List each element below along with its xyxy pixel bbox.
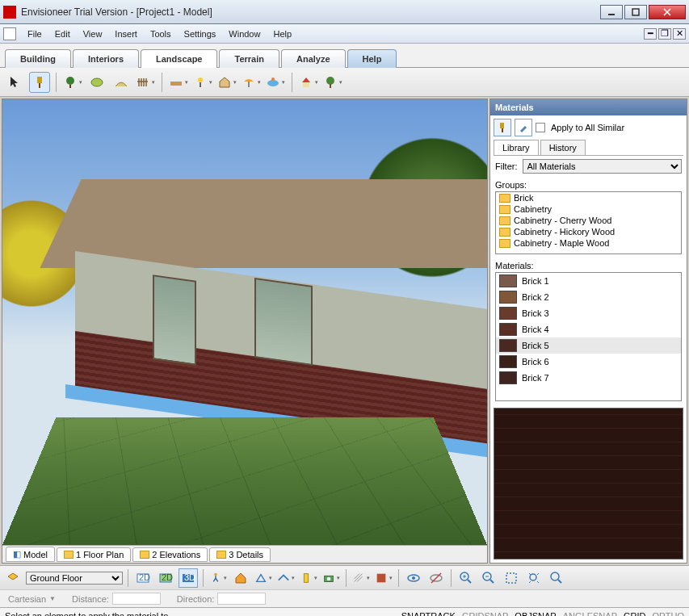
plant-tool[interactable] [62,72,83,93]
tree-tool[interactable] [322,72,343,93]
menu-window[interactable]: Window [222,27,267,41]
tab-building[interactable]: Building [5,49,71,68]
floor-select[interactable]: Ground Floor [26,572,123,585]
snap-objsnap[interactable]: OBJSNAP [515,611,556,617]
tab-analyze[interactable]: Analyze [281,49,346,68]
filter-select[interactable]: All Materials [523,159,683,174]
view-tab-2-elevations[interactable]: 2 Elevations [132,547,208,562]
tab-landscape[interactable]: Landscape [141,49,217,68]
shed-tool[interactable] [216,72,237,93]
walk-tool[interactable] [208,568,228,588]
material-item[interactable]: Brick 7 [496,370,681,386]
mdi-minimize-button[interactable]: ━ [644,28,657,40]
svg-rect-16 [200,82,201,87]
groups-list[interactable]: BrickCabinetryCabinetry - Cherry WoodCab… [495,191,682,254]
snap-snaptrack[interactable]: SNAPTRACK [401,611,456,617]
group-item[interactable]: Cabinetry - Maple Wood [496,237,681,249]
zoom-fit-button[interactable] [547,568,566,588]
material-item[interactable]: Brick 4 [496,321,681,337]
menu-edit[interactable]: Edit [48,27,77,41]
pool-tool[interactable] [265,72,286,93]
menu-help[interactable]: Help [267,27,298,41]
snap-anglesnap[interactable]: ANGLESNAP [563,611,617,617]
snap-grid[interactable]: GRID [624,611,646,617]
svg-point-31 [214,572,217,576]
menu-insert[interactable]: Insert [108,27,144,41]
texture-button[interactable] [374,568,393,588]
garden-bed-tool[interactable] [86,72,107,93]
zoom-in-button[interactable] [456,568,476,588]
menu-file[interactable]: File [21,27,48,41]
svg-point-18 [267,80,279,86]
snap-gridsnap[interactable]: GRIDSNAP [462,611,508,617]
view-angle-button[interactable] [254,568,273,588]
menu-view[interactable]: View [77,27,109,41]
tab-help[interactable]: Help [347,49,397,68]
deck-tool[interactable] [168,72,189,93]
materials-panel: Materials Apply to All Similar LibraryHi… [489,98,687,564]
3d-scene[interactable] [2,99,487,545]
menu-tools[interactable]: Tools [144,27,178,41]
folder-icon [499,194,510,203]
mdi-restore-button[interactable]: ❐ [658,28,671,40]
direction-input[interactable] [217,593,266,605]
group-item[interactable]: Brick [496,192,681,203]
umbrella-tool[interactable] [241,72,262,93]
folder-icon [216,551,226,559]
house-window [153,274,196,365]
group-item[interactable]: Cabinetry [496,203,681,215]
camera-button[interactable] [321,568,341,588]
folder-icon [499,205,510,214]
apply-all-checkbox[interactable] [536,123,545,132]
gazebo-tool[interactable] [298,72,319,93]
material-swatch [499,307,517,320]
materials-tab-library[interactable]: Library [494,140,539,155]
material-item[interactable]: Brick 3 [496,305,681,321]
3d-view-button[interactable]: 3D [179,568,198,588]
maximize-button[interactable] [624,5,647,19]
select-tool[interactable] [5,72,26,93]
zoom-extents-button[interactable] [524,568,544,588]
viewport: ◧Model1 Floor Plan2 Elevations3 Details [2,98,488,564]
path-tool[interactable] [111,72,132,93]
view-preset-button[interactable] [276,568,296,588]
tab-interiors[interactable]: Interiors [73,49,139,68]
menu-settings[interactable]: Settings [178,27,223,41]
tab-terrain[interactable]: Terrain [219,49,279,68]
folder-icon [64,551,74,559]
materials-tab-history[interactable]: History [540,140,586,155]
minimize-button[interactable] [600,5,623,19]
zoom-out-button[interactable] [479,568,498,588]
distance-input[interactable] [112,593,161,605]
eyedropper-button[interactable] [515,119,532,136]
svg-rect-38 [377,573,386,582]
material-item[interactable]: Brick 5 [496,337,681,354]
2d-color-button[interactable]: 2D [156,568,175,588]
show-button[interactable] [404,568,423,588]
close-button[interactable] [649,5,686,19]
coord-mode-label[interactable]: Cartesian [8,594,46,604]
lighting-tool[interactable] [192,72,213,93]
layers-button[interactable] [3,568,23,588]
view-tab-model[interactable]: ◧Model [6,547,55,562]
section-button[interactable] [299,568,318,588]
view-tab-3-details[interactable]: 3 Details [209,547,271,562]
material-swatch [499,323,517,336]
paint-mode-button[interactable] [494,119,511,136]
fence-tool[interactable] [135,72,156,93]
material-item[interactable]: Brick 2 [496,289,681,305]
group-item[interactable]: Cabinetry - Cherry Wood [496,215,681,226]
paint-tool[interactable] [29,72,50,93]
zoom-window-button[interactable] [502,568,521,588]
view-tab-1-floor-plan[interactable]: 1 Floor Plan [57,547,131,562]
home-view-button[interactable] [231,568,250,588]
group-item[interactable]: Cabinetry - Hickory Wood [496,226,681,237]
material-item[interactable]: Brick 6 [496,354,681,370]
materials-list[interactable]: Brick 1Brick 2Brick 3Brick 4Brick 5Brick… [495,272,682,401]
2d-view-button[interactable]: 2D [133,568,153,588]
snap-ortho[interactable]: ORTHO [652,611,684,617]
material-item[interactable]: Brick 1 [496,273,681,289]
hide-button[interactable] [426,568,446,588]
hatch-button[interactable] [351,568,371,588]
mdi-close-button[interactable]: ✕ [673,28,686,40]
